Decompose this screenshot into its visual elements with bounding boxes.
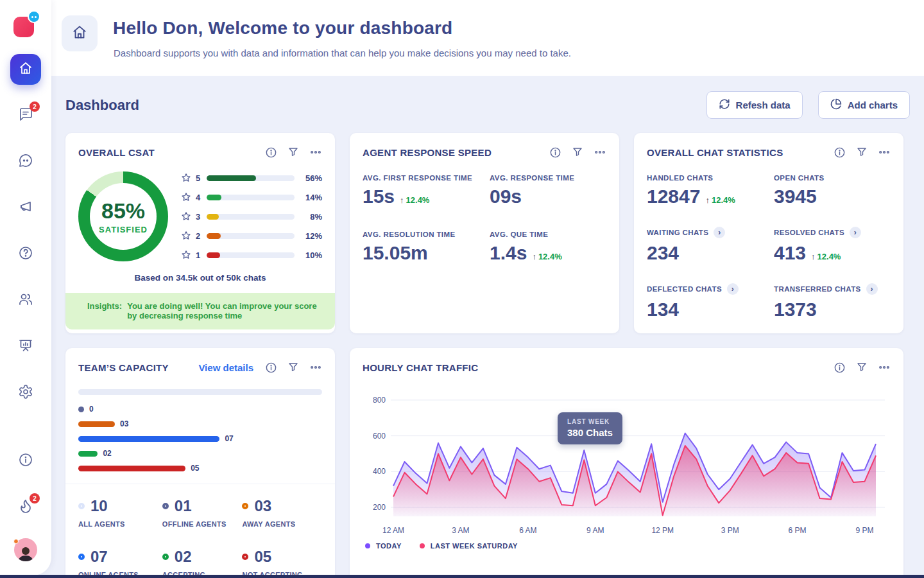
card-overall-chat-statistics: OVERALL CHAT STATISTICS HANDLED CHATS 12… [634,133,903,333]
chat-stats-title: OVERALL CHAT STATISTICS [647,147,783,158]
chevron-right-icon[interactable]: › [727,283,739,295]
info-icon[interactable] [834,146,846,159]
info-icon[interactable] [265,146,277,159]
agent-stat-label: OFFLINE AGENTS [162,520,227,530]
sidebar-item-settings[interactable] [10,378,41,408]
metric-value: 15.05m [363,242,428,264]
agent-stat: 01 OFFLINE AGENTS [162,497,243,530]
info-icon[interactable] [549,146,561,159]
agent-count: 03 [254,497,271,515]
agent-count: 05 [254,548,271,566]
sidebar-item-chats[interactable]: 2 [10,100,41,131]
legend-item[interactable]: TODAY [365,542,402,550]
filter-icon[interactable] [856,146,868,158]
arrow-up-icon: ↑ [532,252,536,261]
rating-bar-fill [207,175,256,181]
add-charts-button[interactable]: Add charts [818,91,910,119]
help-icon [18,245,33,263]
sidebar-item-whats-new[interactable]: 2 [10,492,41,523]
status-ring-icon [162,554,169,560]
filter-icon[interactable] [856,362,868,373]
dashboard-toolbar: Dashboard Refesh data Add charts [65,91,910,119]
pie-chart-icon [830,98,842,112]
more-menu-icon[interactable] [878,361,891,374]
brand-logo-chat-bubble [28,10,40,23]
tooltip-value: 380 Chats [567,427,613,438]
status-ring-icon [242,554,248,560]
svg-text:6 AM: 6 AM [519,526,536,535]
chevron-right-icon[interactable]: › [714,227,725,238]
info-icon [18,452,33,470]
header-home-chip[interactable] [62,15,98,51]
more-menu-icon[interactable] [309,146,322,159]
rating-bar-track [207,233,295,239]
rating-bar-fill [207,195,221,200]
sidebar-item-teams[interactable] [10,285,41,316]
traffic-chart-canvas[interactable]: 20040060080012 AM3 AM6 AM9 AM12 PM3 PM6 … [363,380,888,539]
star-count: 1 [196,250,202,260]
status-ring-icon [78,503,85,509]
capacity-stats: 10 ALL AGENTS01 OFFLINE AGENTS03 AWAY AG… [78,497,322,578]
metric-tile: HANDLED CHATS 12847↑12.4% [647,174,764,207]
tooltip-label: LAST WEEK [567,418,613,425]
arrow-up-icon: ↑ [811,252,816,261]
card-teams-capacity: TEAM’S CAPACITY View details 003070205 1… [65,348,335,578]
agent-count: 01 [175,497,192,515]
metric-value: 234 [647,242,679,264]
user-avatar[interactable] [14,538,37,561]
chevron-right-icon[interactable]: › [850,227,861,238]
metric-tile: AVG. RESPONSE TIME 09s [490,174,606,207]
metric-tile: AVG. QUE TIME 1.4s↑12.4% [490,231,606,264]
info-icon[interactable] [265,362,277,374]
refresh-data-button[interactable]: Refesh data [706,91,803,119]
capacity-bar-value: 07 [225,434,233,443]
settings-icon [18,384,33,402]
star-icon [181,173,191,183]
view-details-link[interactable]: View details [198,362,253,373]
agent-stat-label: AWAY AGENTS [242,520,306,530]
sidebar-item-help[interactable] [10,239,41,270]
agent-count: 10 [90,497,108,515]
more-menu-icon[interactable] [878,146,891,159]
avatar-status-dot [13,539,19,544]
rating-percent: 10% [299,250,322,260]
rating-bar-track [207,175,295,181]
brand-logo[interactable] [13,13,38,37]
csat-title: OVERALL CSAT [78,147,155,158]
metric-value: 12847 [647,186,700,207]
sidebar-item-conversations[interactable] [10,146,41,177]
svg-text:800: 800 [373,396,386,405]
arrow-up-icon: ↑ [400,195,404,205]
capacity-bar-row: 0 [78,404,322,414]
welcome-title: Hello Don, Welcome to your dashboard [113,18,452,39]
rating-percent: 56% [299,173,322,183]
capacity-bar [78,421,115,427]
traffic-legend: TODAY LAST WEEK SATURDAY [363,542,891,550]
sidebar-item-reports[interactable] [10,331,41,362]
card-hourly-chat-traffic: HOURLY CHAT TRAFFIC 20040060080012 AM3 A… [350,348,903,578]
more-menu-icon[interactable] [309,361,322,374]
metric-value: 3945 [774,186,817,207]
agent-count: 07 [90,548,108,566]
filter-icon[interactable] [287,146,299,158]
filter-icon[interactable] [572,146,583,158]
chevron-right-icon[interactable]: › [866,283,878,295]
filter-icon[interactable] [287,362,299,373]
capacity-track [78,389,322,395]
more-menu-icon[interactable] [594,146,606,159]
top-header: Hello Don, Welcome to your dashboard Das… [0,0,924,76]
agent-count: 02 [175,548,192,566]
sidebar-item-home[interactable] [10,54,41,85]
home-icon [18,60,33,78]
sidebar-item-info[interactable] [10,446,41,477]
csat-rating-row: 3 8% [181,211,322,222]
traffic-chart[interactable]: 20040060080012 AM3 AM6 AM9 AM12 PM3 PM6 … [363,380,891,539]
capacity-title: TEAM’S CAPACITY [78,362,169,373]
home-icon [71,24,88,43]
sidebar-item-campaigns[interactable] [10,193,41,223]
metric-label: AVG. RESOLUTION TIME [363,231,456,238]
metric-label: DEFLECTED CHATS [647,285,722,293]
info-icon[interactable] [834,362,846,374]
legend-item[interactable]: LAST WEEK SATURDAY [420,542,518,550]
refresh-icon [719,98,730,112]
